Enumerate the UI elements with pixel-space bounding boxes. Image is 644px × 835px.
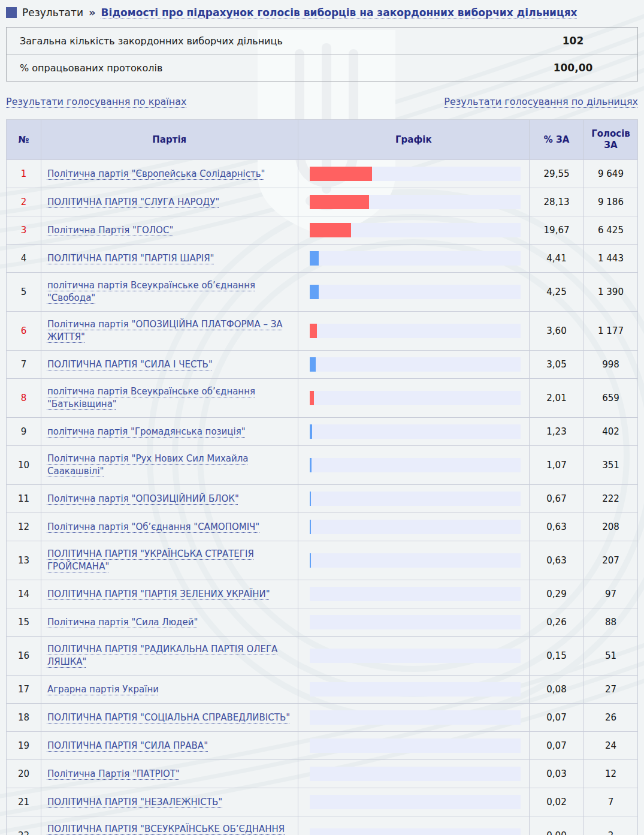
- pct-value: 0,63: [530, 541, 584, 580]
- party-link[interactable]: ПОЛІТИЧНА ПАРТІЯ "ПАРТІЯ ЗЕЛЕНИХ УКРАЇНИ…: [47, 589, 270, 599]
- party-link[interactable]: політична партія Всеукраїнське об’єднанн…: [47, 386, 255, 409]
- table-row: 4 ПОЛІТИЧНА ПАРТІЯ "ПАРТІЯ ШАРІЯ" 4,41 1…: [7, 245, 638, 273]
- vote-bar-track: [310, 682, 521, 697]
- graph-cell: [298, 351, 530, 379]
- party-link[interactable]: ПОЛІТИЧНА ПАРТІЯ "СИЛА І ЧЕСТЬ": [47, 359, 213, 370]
- party-cell: ПОЛІТИЧНА ПАРТІЯ "НЕЗАЛЕЖНІСТЬ": [41, 788, 298, 816]
- table-row: 5 політична партія Всеукраїнське об’єдна…: [7, 273, 638, 312]
- party-link[interactable]: Аграрна партія України: [47, 684, 159, 695]
- party-link[interactable]: Політична Партія "ГОЛОС": [47, 225, 173, 236]
- link-results-by-stations[interactable]: Результати голосування по дільницях: [444, 96, 638, 107]
- pct-value: 0,67: [530, 485, 584, 513]
- summary-label: % опрацьованих протоколів: [7, 55, 509, 81]
- party-link[interactable]: ПОЛІТИЧНА ПАРТІЯ "ВСЕУКРАЇНСЬКЕ ОБ’ЄДНАН…: [47, 824, 285, 835]
- table-row: 9 політична партія "Громадянська позиція…: [7, 418, 638, 446]
- votes-value: 402: [584, 418, 638, 446]
- page-title-link[interactable]: Відомості про підрахунок голосів виборці…: [101, 7, 578, 19]
- summary-row-protocols: % опрацьованих протоколів 100,00: [7, 54, 637, 81]
- header-party: Партія: [41, 120, 298, 160]
- vote-bar-track: [310, 223, 521, 237]
- graph-cell: [298, 485, 530, 513]
- table-row: 17 Аграрна партія України 0,08 27: [7, 676, 638, 704]
- table-row: 18 ПОЛІТИЧНА ПАРТІЯ "СОЦІАЛЬНА СПРАВЕДЛИ…: [7, 704, 638, 732]
- results-links: Результати голосування по країнах Резуль…: [6, 96, 638, 107]
- party-link[interactable]: ПОЛІТИЧНА ПАРТІЯ "ПАРТІЯ ШАРІЯ": [47, 253, 214, 264]
- votes-value: 27: [584, 676, 638, 704]
- row-number: 16: [7, 637, 41, 676]
- party-cell: ПОЛІТИЧНА ПАРТІЯ "СОЦІАЛЬНА СПРАВЕДЛИВІС…: [41, 704, 298, 732]
- votes-value: 9 186: [584, 188, 638, 216]
- party-link[interactable]: Політична партія "Рух Нових Сил Михайла …: [47, 453, 249, 477]
- vote-bar-track: [310, 615, 521, 629]
- table-row: 19 ПОЛІТИЧНА ПАРТІЯ "СИЛА ПРАВА" 0,07 24: [7, 732, 638, 760]
- vote-bar-track: [310, 795, 521, 809]
- party-cell: Політична партія "Європейська Солідарніс…: [41, 160, 298, 188]
- row-number: 7: [7, 351, 41, 379]
- vote-bar-track: [310, 391, 521, 405]
- breadcrumb-separator-icon: »: [89, 6, 96, 19]
- table-row: 14 ПОЛІТИЧНА ПАРТІЯ "ПАРТІЯ ЗЕЛЕНИХ УКРА…: [7, 580, 638, 608]
- party-link[interactable]: Політична партія "Сила Людей": [47, 617, 198, 628]
- votes-value: 9 649: [584, 160, 638, 188]
- votes-value: 97: [584, 580, 638, 608]
- votes-value: 2: [584, 816, 638, 835]
- graph-cell: [298, 216, 530, 245]
- party-cell: Політична Партія "ПАТРІОТ": [41, 760, 298, 788]
- table-row: 20 Політична Партія "ПАТРІОТ" 0,03 12: [7, 760, 638, 788]
- party-link[interactable]: ПОЛІТИЧНА ПАРТІЯ "НЕЗАЛЕЖНІСТЬ": [47, 797, 222, 807]
- table-row: 21 ПОЛІТИЧНА ПАРТІЯ "НЕЗАЛЕЖНІСТЬ" 0,02 …: [7, 788, 638, 816]
- graph-cell: [298, 312, 530, 351]
- graph-cell: [298, 608, 530, 637]
- header-votes: Голосів ЗА: [584, 120, 638, 160]
- party-link[interactable]: Політична партія "Європейська Солідарніс…: [47, 168, 265, 179]
- row-number: 4: [7, 245, 41, 273]
- party-link[interactable]: ПОЛІТИЧНА ПАРТІЯ "СОЦІАЛЬНА СПРАВЕДЛИВІС…: [47, 712, 290, 723]
- party-cell: Політична партія "Об’єднання "САМОПОМІЧ": [41, 513, 298, 541]
- link-results-by-countries[interactable]: Результати голосування по країнах: [6, 96, 187, 107]
- table-row: 11 Політична партія "ОПОЗИЦІЙНИЙ БЛОК" 0…: [7, 485, 638, 513]
- votes-value: 12: [584, 760, 638, 788]
- party-link[interactable]: ПОЛІТИЧНА ПАРТІЯ "СЛУГА НАРОДУ": [47, 197, 219, 207]
- graph-cell: [298, 760, 530, 788]
- party-cell: ПОЛІТИЧНА ПАРТІЯ "ПАРТІЯ ЗЕЛЕНИХ УКРАЇНИ…: [41, 580, 298, 608]
- party-link[interactable]: ПОЛІТИЧНА ПАРТІЯ "УКРАЇНСЬКА СТРАТЕГІЯ Г…: [47, 548, 254, 572]
- party-link[interactable]: ПОЛІТИЧНА ПАРТІЯ "РАДИКАЛЬНА ПАРТІЯ ОЛЕГ…: [47, 644, 277, 667]
- party-link[interactable]: Політична партія "Об’єднання "САМОПОМІЧ": [47, 522, 259, 532]
- table-row: 10 Політична партія "Рух Нових Сил Михай…: [7, 446, 638, 485]
- party-cell: Політична партія "ОПОЗИЦІЙНА ПЛАТФОРМА –…: [41, 312, 298, 351]
- party-link[interactable]: Політична партія "ОПОЗИЦІЙНИЙ БЛОК": [47, 493, 239, 504]
- votes-value: 207: [584, 541, 638, 580]
- graph-cell: [298, 379, 530, 418]
- party-cell: Аграрна партія України: [41, 676, 298, 704]
- votes-value: 1 390: [584, 273, 638, 312]
- party-link[interactable]: політична партія Всеукраїнське об’єднанн…: [47, 280, 255, 303]
- results-table: № Партія Графік % ЗА Голосів ЗА 1 Політи…: [6, 119, 638, 835]
- vote-bar-track: [310, 492, 521, 506]
- row-number: 11: [7, 485, 41, 513]
- graph-cell: [298, 446, 530, 485]
- header-graph: Графік: [298, 120, 530, 160]
- header-pct: % ЗА: [530, 120, 584, 160]
- bar-fill: [310, 167, 372, 181]
- table-row: 7 ПОЛІТИЧНА ПАРТІЯ "СИЛА І ЧЕСТЬ" 3,05 9…: [7, 351, 638, 379]
- pct-value: 2,01: [530, 379, 584, 418]
- graph-cell: [298, 418, 530, 446]
- party-link[interactable]: Політична Партія "ПАТРІОТ": [47, 768, 180, 779]
- graph-cell: [298, 704, 530, 732]
- graph-cell: [298, 580, 530, 608]
- row-number: 10: [7, 446, 41, 485]
- pct-value: 0,07: [530, 704, 584, 732]
- graph-cell: [298, 160, 530, 188]
- party-link[interactable]: політична партія "Громадянська позиція": [47, 426, 246, 437]
- bar-fill: [310, 553, 311, 568]
- table-row: 3 Політична Партія "ГОЛОС" 19,67 6 425: [7, 216, 638, 245]
- party-link[interactable]: ПОЛІТИЧНА ПАРТІЯ "СИЛА ПРАВА": [47, 740, 208, 751]
- party-link[interactable]: Політична партія "ОПОЗИЦІЙНА ПЛАТФОРМА –…: [47, 319, 283, 342]
- table-header-row: № Партія Графік % ЗА Голосів ЗА: [7, 120, 638, 160]
- table-row: 2 ПОЛІТИЧНА ПАРТІЯ "СЛУГА НАРОДУ" 28,13 …: [7, 188, 638, 216]
- vote-bar-track: [310, 828, 521, 835]
- graph-cell: [298, 541, 530, 580]
- table-row: 22 ПОЛІТИЧНА ПАРТІЯ "ВСЕУКРАЇНСЬКЕ ОБ’ЄД…: [7, 816, 638, 835]
- table-row: 12 Політична партія "Об’єднання "САМОПОМ…: [7, 513, 638, 541]
- graph-cell: [298, 273, 530, 312]
